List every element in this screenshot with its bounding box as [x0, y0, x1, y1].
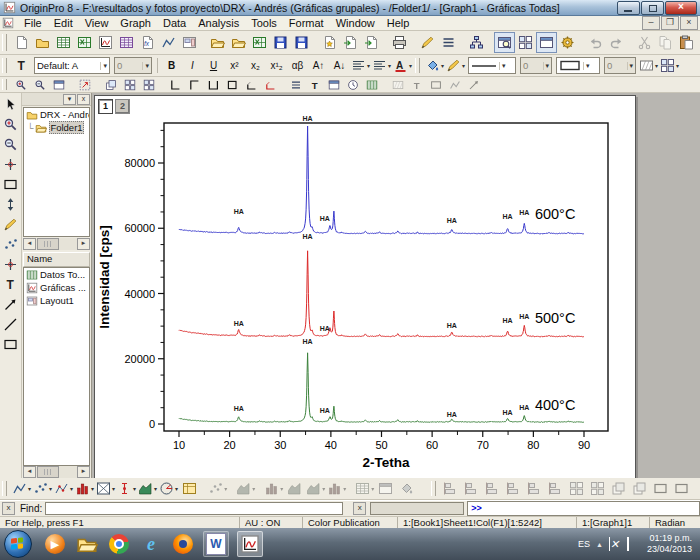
super-subscript-button[interactable]: x¹₂ — [266, 55, 287, 76]
column-chart-button[interactable]: ▾ — [74, 478, 95, 499]
merge-graphs-button[interactable] — [139, 77, 158, 93]
template-library-button[interactable] — [179, 478, 200, 499]
bold-button[interactable]: B — [161, 55, 182, 76]
whole-page-button[interactable] — [49, 77, 68, 93]
command-combo[interactable] — [370, 502, 464, 515]
list-item-workbook[interactable]: Datos To... — [24, 268, 89, 281]
new-left-top-axes-button[interactable] — [184, 77, 203, 93]
toolbar-grip[interactable] — [2, 481, 7, 496]
3d-bar-plot-button[interactable]: ▾ — [263, 478, 284, 499]
new-project-button[interactable] — [11, 32, 32, 53]
vertical-align-button[interactable]: ▾ — [371, 55, 392, 76]
image-plot-button[interactable] — [375, 478, 396, 499]
menu-item-help[interactable]: Help — [381, 16, 416, 30]
layer-management-button[interactable] — [120, 77, 139, 93]
line-style-combo[interactable]: ▾ — [468, 57, 516, 74]
scroll-left-arrow[interactable]: ◄ — [23, 466, 36, 478]
line-tool-button[interactable] — [1, 315, 21, 334]
custom-routine-button[interactable] — [417, 32, 438, 53]
border-style-combo[interactable]: ▾ — [556, 57, 600, 74]
new-2d-graph-button[interactable] — [158, 32, 179, 53]
undo-button[interactable] — [585, 32, 606, 53]
list-item-layout[interactable]: Layout1 — [24, 294, 89, 307]
import-ascii-button[interactable] — [340, 32, 361, 53]
menu-item-file[interactable]: File — [18, 16, 48, 30]
new-graph-button[interactable] — [95, 32, 116, 53]
command-close-button[interactable]: x — [353, 502, 366, 515]
object-manager-button[interactable] — [466, 32, 487, 53]
new-workbook-button[interactable] — [53, 32, 74, 53]
mask-range-tool-button[interactable] — [1, 215, 21, 234]
print-button[interactable] — [389, 32, 410, 53]
menu-item-analysis[interactable]: Analysis — [192, 16, 245, 30]
taskbar-clock[interactable]: 01:19 p.m. 23/04/2013 — [647, 533, 692, 555]
new-function-button[interactable] — [137, 32, 158, 53]
zoom-out-button[interactable] — [30, 77, 49, 93]
text-tool-button[interactable] — [1, 275, 21, 294]
findbar-close-button[interactable]: x — [2, 502, 15, 515]
mdi-restore-button[interactable]: ❐ — [661, 16, 679, 30]
polar-plot-button[interactable]: ▾ — [158, 478, 179, 499]
3d-surface-plot-button[interactable]: ▾ — [235, 478, 256, 499]
scroll-thumb[interactable] — [37, 238, 59, 250]
align-center-horizontal-button[interactable] — [524, 478, 545, 499]
panel-pin-button[interactable]: ▾ — [63, 94, 76, 105]
panel-close-button[interactable]: x — [77, 94, 90, 105]
font-color-button[interactable]: ▾ — [392, 55, 413, 76]
grid-plot-button[interactable]: ▾ — [354, 478, 375, 499]
new-left-bottom-axes-button[interactable] — [165, 77, 184, 93]
bring-to-front-button[interactable] — [608, 478, 629, 499]
add-color-scale-button[interactable] — [388, 77, 407, 93]
taskbar-media-player-button[interactable]: ▶ — [43, 532, 67, 556]
rectangle-tool-button[interactable] — [1, 335, 21, 354]
language-indicator[interactable]: ES — [578, 539, 590, 549]
ungroup-objects-button[interactable] — [671, 478, 692, 499]
script-window-button[interactable] — [536, 32, 557, 53]
add-text-button[interactable] — [305, 77, 324, 93]
scroll-left-arrow[interactable]: ◄ — [23, 238, 36, 250]
scroll-thumb[interactable] — [37, 466, 59, 478]
close-button[interactable]: × — [665, 1, 697, 15]
import-wizard-button[interactable] — [319, 32, 340, 53]
open-template-button[interactable] — [228, 32, 249, 53]
menu-item-format[interactable]: Format — [283, 16, 330, 30]
zoom-in-button[interactable] — [11, 77, 30, 93]
new-corner-axes-button[interactable] — [241, 77, 260, 93]
new-matrix-button[interactable] — [116, 32, 137, 53]
code-builder-button[interactable] — [557, 32, 578, 53]
menu-item-tools[interactable]: Tools — [245, 16, 283, 30]
paragraph-align-button[interactable]: ▾ — [350, 55, 371, 76]
list-horizontal-scrollbar[interactable]: ◄ ► — [23, 466, 90, 478]
new-excel-button[interactable] — [74, 32, 95, 53]
superscript-button[interactable]: x² — [224, 55, 245, 76]
area-chart-button[interactable]: ▾ — [137, 478, 158, 499]
taskbar-explorer-button[interactable] — [75, 532, 99, 556]
font-combo[interactable]: Default: A ▾ — [34, 57, 110, 74]
contour-plot-button[interactable]: ▾ — [95, 478, 116, 499]
align-left-button[interactable] — [440, 478, 461, 499]
network-icon[interactable] — [627, 538, 640, 550]
add-arrow-object-button[interactable] — [464, 77, 483, 93]
fill-area-plot-button[interactable] — [396, 478, 417, 499]
zoom-out-tool-button[interactable] — [1, 135, 21, 154]
tree-horizontal-scrollbar[interactable]: ◄ ► — [23, 238, 90, 250]
menu-item-view[interactable]: View — [79, 16, 115, 30]
add-clock-button[interactable] — [343, 77, 362, 93]
scroll-right-arrow[interactable]: ► — [77, 466, 90, 478]
open-excel-button[interactable] — [249, 32, 270, 53]
show-hidden-icons-button[interactable]: ▲ — [596, 541, 603, 548]
minimize-button[interactable] — [617, 1, 640, 15]
name-column-header[interactable]: Name — [23, 252, 90, 267]
add-bracket-button[interactable] — [407, 77, 426, 93]
scatter-plot-button[interactable]: ▾ — [32, 478, 53, 499]
find-input[interactable] — [45, 502, 343, 515]
greek-button[interactable]: αβ — [287, 55, 308, 76]
subscript-button[interactable]: x₂ — [245, 55, 266, 76]
data-selector-tool-button[interactable] — [1, 195, 21, 214]
taskbar-word-button[interactable]: W — [203, 531, 229, 557]
data-reader-tool-button[interactable] — [1, 175, 21, 194]
pointer-tool-button[interactable] — [1, 95, 21, 114]
border-width-combo[interactable]: 0 ▾ — [604, 57, 636, 74]
error-bar-plot-button[interactable]: ▾ — [116, 478, 137, 499]
menu-item-window[interactable]: Window — [330, 16, 381, 30]
